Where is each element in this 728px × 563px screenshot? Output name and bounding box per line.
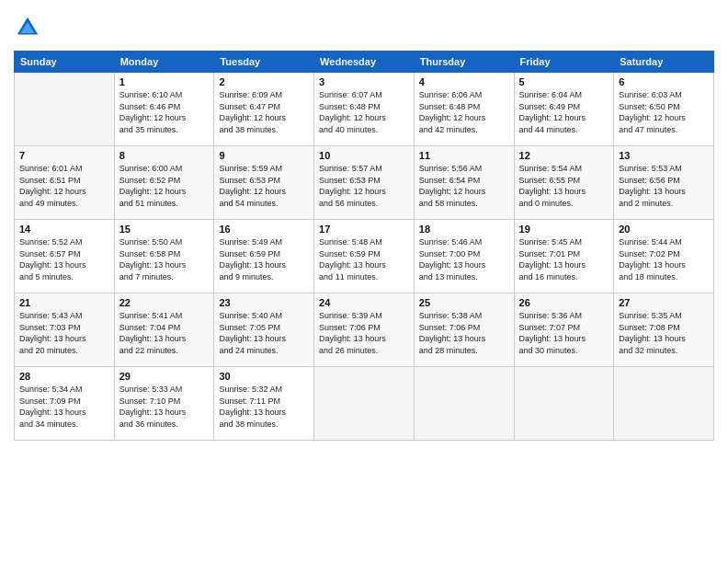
day-info: Sunrise: 5:46 AMSunset: 7:00 PMDaylight:…	[419, 236, 509, 282]
day-number: 26	[519, 297, 609, 308]
day-number: 6	[619, 76, 709, 87]
calendar-week-row: 1Sunrise: 6:10 AMSunset: 6:46 PMDaylight…	[15, 73, 714, 146]
calendar-header-saturday: Saturday	[614, 52, 714, 73]
day-info: Sunrise: 5:39 AMSunset: 7:06 PMDaylight:…	[319, 310, 409, 356]
day-number: 19	[519, 224, 609, 235]
day-info: Sunrise: 5:54 AMSunset: 6:55 PMDaylight:…	[519, 163, 609, 209]
day-info: Sunrise: 5:50 AMSunset: 6:58 PMDaylight:…	[119, 236, 210, 282]
calendar-week-row: 21Sunrise: 5:43 AMSunset: 7:03 PMDayligh…	[15, 293, 714, 367]
calendar-header-monday: Monday	[114, 52, 214, 73]
calendar-cell	[414, 367, 514, 441]
calendar-week-row: 7Sunrise: 6:01 AMSunset: 6:51 PMDaylight…	[15, 146, 714, 220]
day-info: Sunrise: 5:53 AMSunset: 6:56 PMDaylight:…	[619, 163, 709, 209]
day-info: Sunrise: 5:57 AMSunset: 6:53 PMDaylight:…	[319, 163, 409, 209]
day-number: 4	[419, 76, 509, 87]
calendar-cell: 27Sunrise: 5:35 AMSunset: 7:08 PMDayligh…	[614, 293, 714, 367]
calendar-week-row: 14Sunrise: 5:52 AMSunset: 6:57 PMDayligh…	[15, 220, 714, 293]
day-number: 5	[519, 76, 609, 87]
calendar-cell: 13Sunrise: 5:53 AMSunset: 6:56 PMDayligh…	[614, 146, 714, 220]
day-number: 10	[319, 150, 409, 161]
day-number: 17	[319, 224, 409, 235]
calendar-cell: 20Sunrise: 5:44 AMSunset: 7:02 PMDayligh…	[614, 220, 714, 293]
day-info: Sunrise: 5:59 AMSunset: 6:53 PMDaylight:…	[219, 163, 309, 209]
calendar-cell: 15Sunrise: 5:50 AMSunset: 6:58 PMDayligh…	[114, 220, 214, 293]
day-info: Sunrise: 5:40 AMSunset: 7:05 PMDaylight:…	[219, 310, 309, 356]
calendar-cell: 7Sunrise: 6:01 AMSunset: 6:51 PMDaylight…	[15, 146, 115, 220]
day-number: 7	[19, 150, 109, 161]
day-info: Sunrise: 5:36 AMSunset: 7:07 PMDaylight:…	[519, 310, 609, 356]
day-number: 25	[419, 297, 509, 308]
calendar-header-wednesday: Wednesday	[314, 52, 415, 73]
calendar-header-row: SundayMondayTuesdayWednesdayThursdayFrid…	[15, 52, 714, 73]
day-info: Sunrise: 6:00 AMSunset: 6:52 PMDaylight:…	[119, 163, 210, 209]
calendar-cell: 22Sunrise: 5:41 AMSunset: 7:04 PMDayligh…	[114, 293, 214, 367]
logo-icon	[14, 14, 41, 41]
day-number: 22	[119, 297, 210, 308]
day-number: 3	[319, 76, 409, 87]
calendar-cell: 23Sunrise: 5:40 AMSunset: 7:05 PMDayligh…	[214, 293, 314, 367]
day-number: 23	[219, 297, 309, 308]
day-number: 16	[219, 224, 309, 235]
day-info: Sunrise: 6:04 AMSunset: 6:49 PMDaylight:…	[519, 89, 609, 135]
calendar-cell: 12Sunrise: 5:54 AMSunset: 6:55 PMDayligh…	[514, 146, 614, 220]
calendar-cell	[314, 367, 415, 441]
day-number: 28	[19, 371, 109, 382]
calendar-cell: 18Sunrise: 5:46 AMSunset: 7:00 PMDayligh…	[414, 220, 514, 293]
calendar-cell: 6Sunrise: 6:03 AMSunset: 6:50 PMDaylight…	[614, 73, 714, 146]
calendar-header-tuesday: Tuesday	[214, 52, 314, 73]
calendar-cell: 21Sunrise: 5:43 AMSunset: 7:03 PMDayligh…	[15, 293, 115, 367]
day-info: Sunrise: 6:01 AMSunset: 6:51 PMDaylight:…	[19, 163, 109, 209]
day-number: 18	[419, 224, 509, 235]
calendar-week-row: 28Sunrise: 5:34 AMSunset: 7:09 PMDayligh…	[15, 367, 714, 441]
calendar-cell	[15, 73, 115, 146]
calendar-cell: 9Sunrise: 5:59 AMSunset: 6:53 PMDaylight…	[214, 146, 314, 220]
calendar-cell: 8Sunrise: 6:00 AMSunset: 6:52 PMDaylight…	[114, 146, 214, 220]
calendar-cell: 3Sunrise: 6:07 AMSunset: 6:48 PMDaylight…	[314, 73, 415, 146]
calendar-cell	[614, 367, 714, 441]
day-number: 8	[119, 150, 210, 161]
day-number: 20	[619, 224, 709, 235]
day-info: Sunrise: 5:48 AMSunset: 6:59 PMDaylight:…	[319, 236, 409, 282]
calendar-cell: 1Sunrise: 6:10 AMSunset: 6:46 PMDaylight…	[114, 73, 214, 146]
day-info: Sunrise: 5:56 AMSunset: 6:54 PMDaylight:…	[419, 163, 509, 209]
calendar-cell: 24Sunrise: 5:39 AMSunset: 7:06 PMDayligh…	[314, 293, 415, 367]
day-info: Sunrise: 6:06 AMSunset: 6:48 PMDaylight:…	[419, 89, 509, 135]
day-info: Sunrise: 5:34 AMSunset: 7:09 PMDaylight:…	[19, 384, 109, 430]
calendar-cell	[514, 367, 614, 441]
day-info: Sunrise: 5:33 AMSunset: 7:10 PMDaylight:…	[119, 384, 210, 430]
calendar-cell: 16Sunrise: 5:49 AMSunset: 6:59 PMDayligh…	[214, 220, 314, 293]
day-number: 30	[219, 371, 309, 382]
day-number: 15	[119, 224, 210, 235]
day-number: 1	[119, 76, 210, 87]
day-number: 24	[319, 297, 409, 308]
header	[14, 14, 714, 41]
day-info: Sunrise: 5:32 AMSunset: 7:11 PMDaylight:…	[219, 384, 309, 430]
calendar-cell: 30Sunrise: 5:32 AMSunset: 7:11 PMDayligh…	[214, 367, 314, 441]
day-info: Sunrise: 5:41 AMSunset: 7:04 PMDaylight:…	[119, 310, 210, 356]
calendar-cell: 2Sunrise: 6:09 AMSunset: 6:47 PMDaylight…	[214, 73, 314, 146]
day-number: 14	[19, 224, 109, 235]
day-number: 11	[419, 150, 509, 161]
day-info: Sunrise: 5:38 AMSunset: 7:06 PMDaylight:…	[419, 310, 509, 356]
calendar-cell: 14Sunrise: 5:52 AMSunset: 6:57 PMDayligh…	[15, 220, 115, 293]
day-info: Sunrise: 5:49 AMSunset: 6:59 PMDaylight:…	[219, 236, 309, 282]
day-number: 21	[19, 297, 109, 308]
day-info: Sunrise: 6:07 AMSunset: 6:48 PMDaylight:…	[319, 89, 409, 135]
day-info: Sunrise: 6:10 AMSunset: 6:46 PMDaylight:…	[119, 89, 210, 135]
calendar-cell: 4Sunrise: 6:06 AMSunset: 6:48 PMDaylight…	[414, 73, 514, 146]
day-info: Sunrise: 6:03 AMSunset: 6:50 PMDaylight:…	[619, 89, 709, 135]
calendar-cell: 10Sunrise: 5:57 AMSunset: 6:53 PMDayligh…	[314, 146, 415, 220]
calendar-cell: 25Sunrise: 5:38 AMSunset: 7:06 PMDayligh…	[414, 293, 514, 367]
day-number: 13	[619, 150, 709, 161]
calendar-cell: 11Sunrise: 5:56 AMSunset: 6:54 PMDayligh…	[414, 146, 514, 220]
calendar-header-sunday: Sunday	[15, 52, 115, 73]
calendar-cell: 5Sunrise: 6:04 AMSunset: 6:49 PMDaylight…	[514, 73, 614, 146]
day-info: Sunrise: 6:09 AMSunset: 6:47 PMDaylight:…	[219, 89, 309, 135]
calendar-cell: 17Sunrise: 5:48 AMSunset: 6:59 PMDayligh…	[314, 220, 415, 293]
day-number: 29	[119, 371, 210, 382]
calendar-header-friday: Friday	[514, 52, 614, 73]
page: SundayMondayTuesdayWednesdayThursdayFrid…	[0, 0, 728, 563]
day-info: Sunrise: 5:52 AMSunset: 6:57 PMDaylight:…	[19, 236, 109, 282]
day-number: 27	[619, 297, 709, 308]
calendar-cell: 19Sunrise: 5:45 AMSunset: 7:01 PMDayligh…	[514, 220, 614, 293]
